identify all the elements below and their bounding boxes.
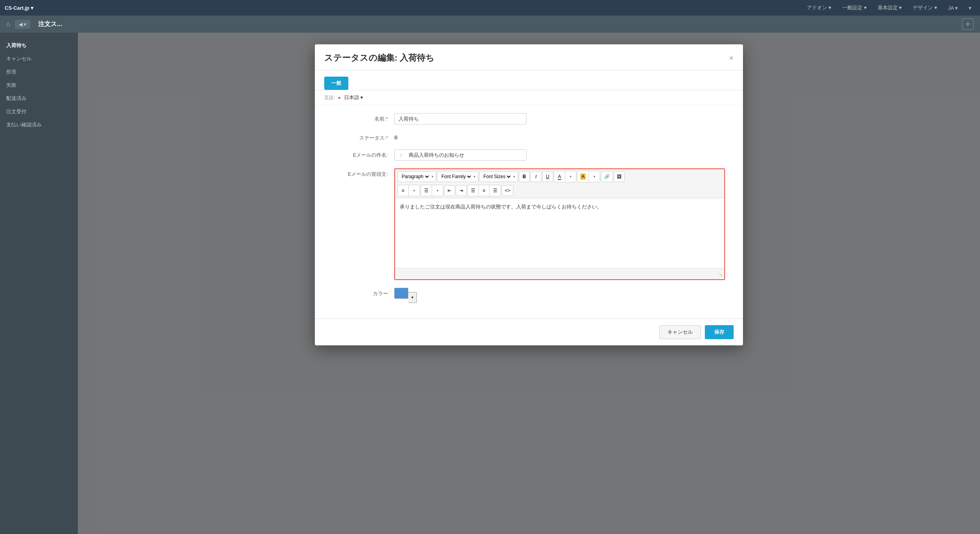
dialog-title: ステータスの編集: 入荷待ち: [324, 52, 434, 64]
font-sizes-dropdown[interactable]: Font Sizes: [482, 173, 512, 180]
name-label: 名前:*: [324, 113, 394, 123]
indent-button[interactable]: ⇥: [456, 185, 467, 196]
alignment-group: ☰ ≡ ☰: [467, 185, 501, 196]
home-icon[interactable]: ⌂: [6, 21, 10, 28]
font-sizes-chevron-icon: ▾: [513, 175, 515, 179]
paragraph-dropdown[interactable]: Paragraph: [400, 173, 430, 180]
close-button[interactable]: ×: [729, 54, 734, 62]
color-swatch[interactable]: [394, 288, 408, 299]
back-button[interactable]: ◀ ▾: [15, 20, 31, 29]
ul-chevron-icon: ▾: [437, 189, 439, 193]
ordered-list-group: ≡ ▾: [397, 185, 420, 196]
bg-color-a-icon: A: [580, 173, 586, 180]
bg-color-chevron-icon: ▾: [594, 175, 595, 179]
add-button[interactable]: +: [962, 18, 974, 30]
status-row: ステータス:* B: [324, 132, 734, 142]
email-subject-input[interactable]: [394, 149, 527, 161]
save-button[interactable]: 保存: [705, 325, 734, 339]
top-nav: CS-Cart.jp ▾ アドオン ▾ 一般設定 ▾ 基本設定 ▾ デザイン ▾…: [0, 0, 980, 16]
sidebar-item-5[interactable]: 注文受付: [0, 105, 78, 118]
bg-color-group: A ▾: [577, 171, 600, 182]
brand-logo[interactable]: CS-Cart.jp ▾: [5, 5, 33, 11]
underline-button[interactable]: U: [542, 171, 553, 182]
sub-nav: ⌂ ◀ ▾ 注文ス... +: [0, 16, 980, 33]
sidebar-item-2[interactable]: 拒否: [0, 65, 78, 79]
sidebar: 入荷待ち キャンセル 拒否 失敗 配送済み 注文受付 支払い確認済み: [0, 33, 78, 534]
ordered-list-button[interactable]: ≡: [398, 185, 409, 196]
font-family-dropdown[interactable]: Font Family: [440, 173, 472, 180]
font-color-chevron-icon: ▾: [570, 175, 572, 179]
nav-basic-settings[interactable]: 基本設定 ▾: [874, 3, 906, 13]
font-color-button[interactable]: A: [554, 171, 565, 182]
rich-text-editor: Paragraph ▾ Font Family ▾: [394, 168, 725, 280]
email-body-label: Eメールの冒頭文:: [324, 168, 394, 178]
lang-selector[interactable]: 日本語 ▾: [344, 94, 364, 101]
outdent-button[interactable]: ⇤: [444, 185, 455, 196]
sidebar-item-0[interactable]: 入荷待ち: [0, 39, 78, 52]
name-row: 名前:*: [324, 113, 734, 124]
font-color-group: A ▾: [554, 171, 576, 182]
nav-user[interactable]: ▾: [965, 4, 975, 12]
nav-addon[interactable]: アドオン ▾: [803, 3, 835, 13]
editor-content[interactable]: 承りましたご注文は現在商品入荷待ちの状態です。入荷まで今しばらくお待ちください。: [395, 198, 724, 268]
unordered-list-dropdown-button[interactable]: ▾: [432, 185, 443, 196]
edit-status-dialog: ステータスの編集: 入荷待ち × 一般 言語: ● 日本語 ▾ 名前:*: [315, 44, 743, 345]
link-button[interactable]: 🔗: [601, 171, 613, 182]
color-dropdown-button[interactable]: ▾: [408, 292, 417, 303]
lang-flag-icon: ●: [338, 95, 341, 100]
align-center-button[interactable]: ≡: [479, 185, 490, 196]
color-picker-control: ▾: [394, 288, 417, 303]
font-color-dropdown-button[interactable]: ▾: [565, 171, 576, 182]
email-subject-label: Eメールの件名:: [324, 149, 394, 159]
bg-color-dropdown-button[interactable]: ▾: [589, 171, 600, 182]
ordered-list-dropdown-button[interactable]: ▾: [409, 185, 420, 196]
color-label: カラー: [324, 288, 394, 297]
dialog-body: 名前:* ステータス:* B Eメールの件名:: [315, 105, 743, 319]
email-subject-row: Eメールの件名:: [324, 149, 734, 161]
main-content: ステータスの編集: 入荷待ち × 一般 言語: ● 日本語 ▾ 名前:*: [78, 33, 980, 534]
dialog-footer: キャンセル 保存: [315, 319, 743, 345]
sidebar-item-3[interactable]: 失敗: [0, 79, 78, 92]
bold-button[interactable]: B: [519, 171, 530, 182]
nav-general-settings[interactable]: 一般設定 ▾: [838, 3, 871, 13]
editor-footer: ⤡: [395, 268, 724, 279]
paragraph-chevron-icon: ▾: [432, 175, 434, 179]
dialog-header: ステータスの編集: 入荷待ち ×: [315, 44, 743, 70]
paragraph-select[interactable]: Paragraph ▾: [397, 171, 436, 182]
status-value: B: [394, 132, 398, 140]
font-family-chevron-icon: ▾: [474, 175, 476, 179]
tab-general[interactable]: 一般: [324, 77, 348, 90]
sidebar-item-6[interactable]: 支払い確認済み: [0, 118, 78, 131]
sidebar-item-4[interactable]: 配送済み: [0, 92, 78, 105]
unordered-list-group: ☰ ▾: [421, 185, 443, 196]
align-right-button[interactable]: ☰: [490, 185, 501, 196]
source-button[interactable]: <>: [502, 185, 513, 196]
image-button[interactable]: 🖼: [614, 171, 625, 182]
italic-button[interactable]: I: [530, 171, 541, 182]
page-title: 注文ス...: [38, 20, 62, 28]
font-color-a-icon: A: [558, 174, 561, 179]
color-row: カラー ▾: [324, 288, 734, 303]
font-family-select[interactable]: Font Family ▾: [437, 171, 478, 182]
sidebar-item-1[interactable]: キャンセル: [0, 52, 78, 65]
ol-chevron-icon: ▾: [413, 189, 415, 193]
lang-label: 言語:: [324, 95, 335, 101]
unordered-list-button[interactable]: ☰: [421, 185, 432, 196]
email-body-row: Eメールの冒頭文: Paragraph ▾: [324, 168, 734, 280]
status-label: ステータス:*: [324, 132, 394, 142]
lang-bar: 言語: ● 日本語 ▾: [315, 90, 743, 105]
bg-color-button[interactable]: A: [578, 171, 589, 182]
resize-handle-icon: ⤡: [719, 272, 723, 278]
cancel-button[interactable]: キャンセル: [659, 325, 701, 339]
editor-toolbar: Paragraph ▾ Font Family ▾: [395, 169, 724, 198]
align-left-button[interactable]: ☰: [468, 185, 479, 196]
nav-lang[interactable]: JA ▾: [944, 4, 962, 12]
dialog-tabs: 一般: [315, 70, 743, 90]
name-input[interactable]: [394, 113, 527, 124]
nav-design[interactable]: デザイン ▾: [909, 3, 941, 13]
main-layout: 入荷待ち キャンセル 拒否 失敗 配送済み 注文受付 支払い確認済み ステータス…: [0, 33, 980, 534]
font-sizes-select[interactable]: Font Sizes ▾: [479, 171, 518, 182]
